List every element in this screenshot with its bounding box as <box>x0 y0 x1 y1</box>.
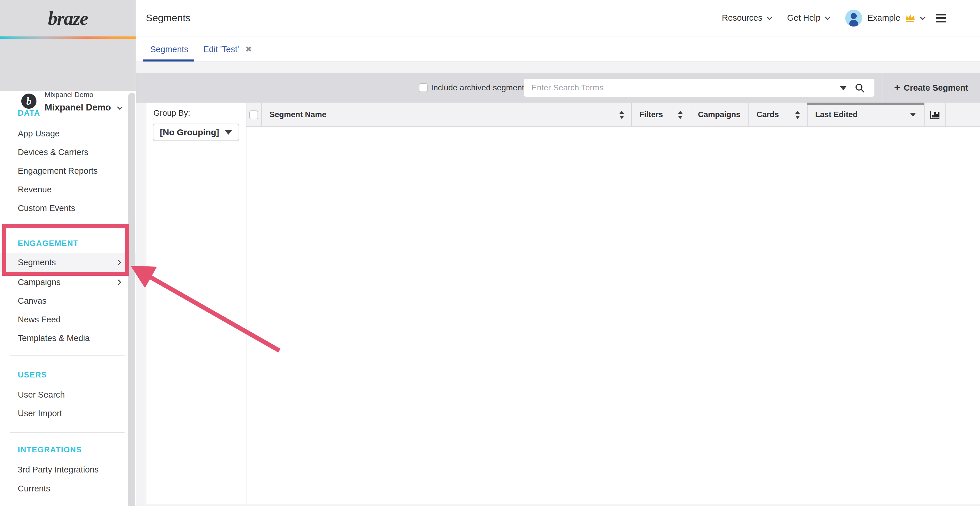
group-by-dropdown[interactable]: [No Grouping] <box>153 124 239 141</box>
column-header-campaigns[interactable]: Campaigns <box>690 103 748 127</box>
select-all-checkbox[interactable] <box>250 111 258 119</box>
get-help-menu[interactable]: Get Help <box>787 13 829 23</box>
braze-logo: braze <box>48 7 88 29</box>
user-name: Example <box>867 13 900 23</box>
section-header-engagement: ENGAGEMENT <box>0 238 135 249</box>
search-input[interactable] <box>524 79 874 97</box>
page-title: Segments <box>146 12 191 24</box>
sidebar-item-3rd-party-integrations[interactable]: 3rd Party Integrations <box>0 460 135 479</box>
active-tab-underline <box>143 59 194 62</box>
include-archived-label: Include archived segments <box>431 73 528 103</box>
plus-icon: + <box>894 82 900 93</box>
chevron-down-icon <box>825 14 830 20</box>
sidebar-item-user-import[interactable]: User Import <box>0 404 135 423</box>
sidebar-item-currents[interactable]: Currents <box>0 479 135 498</box>
create-segment-button[interactable]: + Create Segment <box>882 73 980 103</box>
column-header-spacer <box>945 103 980 127</box>
sidebar-item-news-feed[interactable]: News Feed <box>0 310 135 329</box>
sidebar-divider <box>10 432 124 433</box>
tab-bar: Segments Edit 'Test' ✖ <box>136 37 980 62</box>
sidebar: braze b Mixpanel Demo Mixpanel Demo DATA… <box>0 0 136 506</box>
sorted-column-indicator <box>807 103 924 105</box>
select-all-checkbox-cell <box>247 103 261 127</box>
chevron-down-icon <box>920 14 925 20</box>
section-header-data: DATA <box>0 107 135 119</box>
brand-gradient-bar <box>0 36 135 39</box>
resources-menu[interactable]: Resources <box>722 13 771 23</box>
section-header-users: USERS <box>0 369 135 381</box>
sidebar-item-campaigns[interactable]: Campaigns <box>0 273 135 292</box>
sidebar-item-engagement-reports[interactable]: Engagement Reports <box>0 162 135 180</box>
tab-segments[interactable]: Segments <box>150 37 188 62</box>
group-by-value: [No Grouping] <box>160 127 219 137</box>
segments-table-header: Segment Name Filters Campaigns Cards <box>247 103 980 127</box>
group-by-label: Group By: <box>153 108 190 118</box>
sort-updown-icon[interactable] <box>619 111 624 119</box>
content-bottom-divider <box>146 504 980 504</box>
search-dropdown-caret-icon[interactable] <box>840 86 846 90</box>
user-avatar[interactable] <box>845 10 862 27</box>
content-body: Include archived segments + Create Segme… <box>136 62 980 506</box>
chevron-down-icon <box>767 14 772 20</box>
main-content: Segments Resources Get Help <box>136 0 980 506</box>
sort-updown-icon[interactable] <box>795 111 800 119</box>
user-menu[interactable]: Example <box>867 13 924 23</box>
group-by-panel: Group By: [No Grouping] <box>146 103 247 504</box>
braze-dashboard: braze b Mixpanel Demo Mixpanel Demo DATA… <box>0 0 980 506</box>
sidebar-item-devices-carriers[interactable]: Devices & Carriers <box>0 143 135 162</box>
dropdown-caret-icon <box>224 130 232 135</box>
sidebar-item-custom-events[interactable]: Custom Events <box>0 199 135 217</box>
sidebar-divider <box>10 355 124 355</box>
search-icon[interactable] <box>854 83 865 93</box>
column-header-last-edited[interactable]: Last Edited <box>807 103 924 127</box>
segments-table-body <box>247 127 980 504</box>
bar-chart-icon <box>929 110 940 120</box>
sidebar-item-templates-media[interactable]: Templates & Media <box>0 329 135 347</box>
sidebar-item-segments[interactable]: Segments <box>0 253 135 272</box>
chevron-right-icon <box>116 260 121 265</box>
hamburger-menu-icon[interactable] <box>935 14 946 22</box>
tab-edit-test[interactable]: Edit 'Test' ✖ <box>203 37 252 62</box>
column-header-segment-name[interactable]: Segment Name <box>261 103 631 127</box>
column-header-filters[interactable]: Filters <box>631 103 690 127</box>
chevron-right-icon <box>116 279 121 285</box>
sidebar-item-revenue[interactable]: Revenue <box>0 180 135 199</box>
close-icon[interactable]: ✖ <box>245 44 252 54</box>
top-bar: Segments Resources Get Help <box>136 0 980 36</box>
sort-updown-icon[interactable] <box>678 111 683 119</box>
sidebar-item-canvas[interactable]: Canvas <box>0 292 135 310</box>
include-archived-checkbox[interactable] <box>419 83 428 92</box>
brand-header: braze <box>0 0 135 36</box>
sidebar-item-user-search[interactable]: User Search <box>0 385 135 404</box>
column-header-analytics[interactable] <box>924 103 945 127</box>
sidebar-scrollbar[interactable] <box>128 93 135 506</box>
segments-toolbar: Include archived segments + Create Segme… <box>136 73 980 103</box>
workspace-switcher[interactable]: b Mixpanel Demo Mixpanel Demo <box>0 39 135 91</box>
crown-icon <box>905 13 916 23</box>
section-header-integrations: INTEGRATIONS <box>0 444 135 455</box>
sort-desc-caret-icon <box>910 113 916 117</box>
sidebar-item-app-usage[interactable]: App Usage <box>0 124 135 143</box>
column-header-cards[interactable]: Cards <box>748 103 807 127</box>
sidebar-nav: DATA App Usage Devices & Carriers Engage… <box>0 91 136 506</box>
